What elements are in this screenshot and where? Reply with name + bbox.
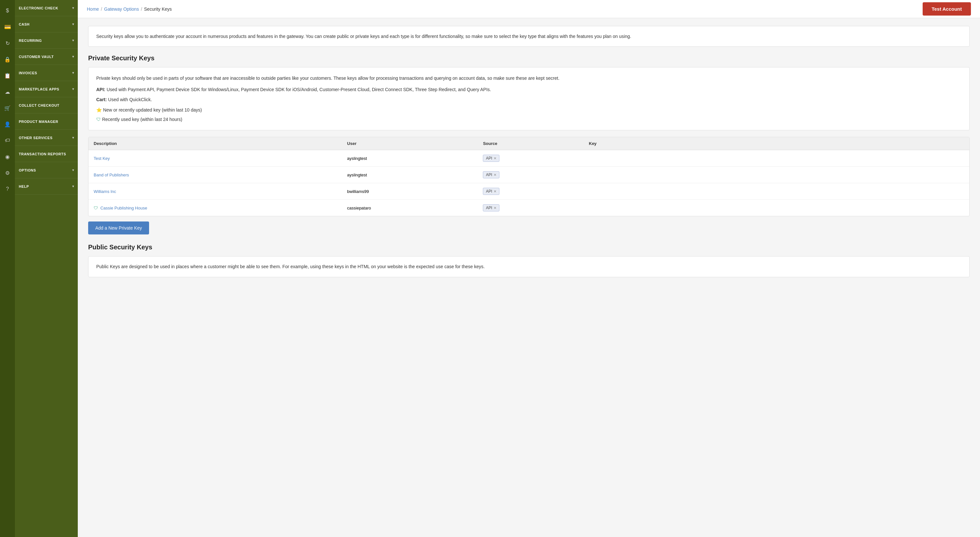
breadcrumb-sep-2: / [141, 6, 142, 12]
sidebar-item-collect-checkout[interactable]: COLLECT CHECKOUT [15, 97, 78, 113]
badge-x-icon[interactable]: ✕ [493, 156, 496, 161]
sidebar-item-customer-vault[interactable]: CUSTOMER VAULT ▾ [15, 49, 78, 65]
badge-x-icon[interactable]: ✕ [493, 190, 496, 194]
api-badge[interactable]: API ✕ [483, 155, 499, 162]
row-key [584, 167, 969, 183]
col-user: User [342, 137, 478, 150]
chevron-down-icon: ▾ [72, 136, 74, 139]
sidebar-item-recurring[interactable]: RECURRING ▾ [15, 32, 78, 49]
sidebar-icon-cash[interactable]: 💳 [0, 19, 15, 35]
sidebar-item-invoices[interactable]: INVOICES ▾ [15, 65, 78, 81]
chevron-down-icon: ▾ [72, 185, 74, 188]
breadcrumb-current: Security Keys [144, 6, 172, 12]
row-source: API ✕ [478, 200, 584, 216]
row-user: cassiepataro [342, 200, 478, 216]
star-note: ⭐ New or recently updated key (within la… [96, 106, 961, 115]
sidebar-icon-options[interactable]: ⚙ [0, 165, 15, 181]
col-key: Key [584, 137, 969, 150]
api-badge[interactable]: API ✕ [483, 204, 499, 212]
chevron-down-icon: ▾ [72, 55, 74, 58]
breadcrumb-sep-1: / [101, 6, 102, 12]
row-source: API ✕ [478, 183, 584, 200]
row-description: 🛡 Cassie Publishing House [89, 200, 342, 216]
row-source: API ✕ [478, 150, 584, 167]
sidebar-menu: ELECTRONIC CHECK ▾ CASH ▾ RECURRING ▾ CU… [15, 0, 78, 537]
table-row: Band of Publishers ayslingtest API ✕ [89, 167, 969, 183]
chevron-down-icon: ▾ [72, 38, 74, 42]
table-row: Test Key ayslingtest API ✕ [89, 150, 969, 167]
description-link[interactable]: Cassie Publishing House [100, 206, 148, 210]
chevron-down-icon: ▾ [72, 22, 74, 26]
badge-x-icon[interactable]: ✕ [493, 206, 496, 210]
cart-info: Cart: Used with QuickClick. [96, 96, 961, 104]
chevron-down-icon: ▾ [72, 71, 74, 75]
sidebar-item-help[interactable]: HELP ▾ [15, 178, 78, 194]
sidebar-item-transaction-reports[interactable]: TRANSACTION REPORTS [15, 146, 78, 162]
description-link[interactable]: Williams Inc [94, 189, 116, 194]
public-keys-heading: Public Security Keys [88, 244, 970, 251]
row-description: Band of Publishers [89, 167, 342, 183]
table-row: Williams Inc bwilliams99 API ✕ [89, 183, 969, 200]
row-user: ayslingtest [342, 150, 478, 167]
sidebar-icon-reports[interactable]: ◉ [0, 148, 15, 165]
private-info-box: Private keys should only be used in part… [88, 67, 970, 131]
sidebar-item-options[interactable]: OPTIONS ▾ [15, 162, 78, 178]
sidebar-icon-invoices[interactable]: 📋 [0, 67, 15, 84]
chevron-down-icon: ▾ [72, 87, 74, 91]
row-key [584, 150, 969, 167]
api-badge[interactable]: API ✕ [483, 171, 499, 178]
private-keys-heading: Private Security Keys [88, 54, 970, 62]
sidebar-item-electronic-check[interactable]: ELECTRONIC CHECK ▾ [15, 0, 78, 16]
sidebar-icon-help[interactable]: ? [0, 181, 15, 197]
row-description: Test Key [89, 150, 342, 167]
table-row: 🛡 Cassie Publishing House cassiepataro A… [89, 200, 969, 216]
chevron-down-icon: ▾ [72, 168, 74, 172]
main-area: Home / Gateway Options / Security Keys T… [78, 0, 980, 537]
sidebar-icon-product[interactable]: 👤 [0, 116, 15, 132]
col-source: Source [478, 137, 584, 150]
test-account-button[interactable]: Test Account [923, 2, 971, 16]
sidebar: $ 💳 ↻ 🔒 📋 ☁ 🛒 👤 🏷 ◉ ⚙ ? ELECTRONIC CHECK… [0, 0, 78, 537]
intro-info-box: Security keys allow you to authenticate … [88, 26, 970, 47]
row-user: ayslingtest [342, 167, 478, 183]
row-key [584, 183, 969, 200]
breadcrumb-gateway-options[interactable]: Gateway Options [104, 6, 139, 12]
description-link[interactable]: Test Key [94, 156, 110, 161]
api-info: API: Used with Payment API, Payment Devi… [96, 85, 961, 94]
star-icon: ⭐ [96, 107, 102, 113]
sidebar-icon-collect[interactable]: 🛒 [0, 100, 15, 116]
sidebar-item-product-manager[interactable]: PRODUCT MANAGER [15, 113, 78, 130]
sidebar-icon-marketplace[interactable]: ☁ [0, 84, 15, 100]
row-key [584, 200, 969, 216]
badge-x-icon[interactable]: ✕ [493, 173, 496, 177]
chevron-down-icon: ▾ [72, 6, 74, 10]
api-badge[interactable]: API ✕ [483, 188, 499, 195]
sidebar-icon-other[interactable]: 🏷 [0, 132, 15, 148]
sidebar-icon-vault[interactable]: 🔒 [0, 51, 15, 67]
private-keys-table: Description User Source Key Test Key ays… [88, 137, 970, 216]
sidebar-icon-recurring[interactable]: ↻ [0, 35, 15, 51]
row-description: Williams Inc [89, 183, 342, 200]
public-info-box: Public Keys are designed to be used in p… [88, 256, 970, 277]
add-private-key-button[interactable]: Add a New Private Key [88, 221, 149, 234]
breadcrumb: Home / Gateway Options / Security Keys [87, 6, 172, 12]
row-source: API ✕ [478, 167, 584, 183]
row-user: bwilliams99 [342, 183, 478, 200]
content-area: Security keys allow you to authenticate … [78, 18, 980, 537]
shield-icon-row: 🛡 [94, 206, 98, 210]
shield-icon: 🛡 [96, 117, 101, 122]
sidebar-icon-dollar[interactable]: $ [0, 3, 15, 19]
sidebar-item-other-services[interactable]: OTHER SERVICES ▾ [15, 130, 78, 146]
sidebar-item-marketplace-apps[interactable]: MARKETPLACE APPS ▾ [15, 81, 78, 97]
sidebar-item-cash[interactable]: CASH ▾ [15, 16, 78, 32]
topbar: Home / Gateway Options / Security Keys T… [78, 0, 980, 18]
sidebar-icon-strip: $ 💳 ↻ 🔒 📋 ☁ 🛒 👤 🏷 ◉ ⚙ ? [0, 0, 15, 537]
breadcrumb-home[interactable]: Home [87, 6, 99, 12]
col-description: Description [89, 137, 342, 150]
description-link[interactable]: Band of Publishers [94, 172, 129, 177]
private-info-text: Private keys should only be used in part… [96, 74, 961, 83]
shield-note: 🛡 Recently used key (within last 24 hour… [96, 115, 961, 124]
